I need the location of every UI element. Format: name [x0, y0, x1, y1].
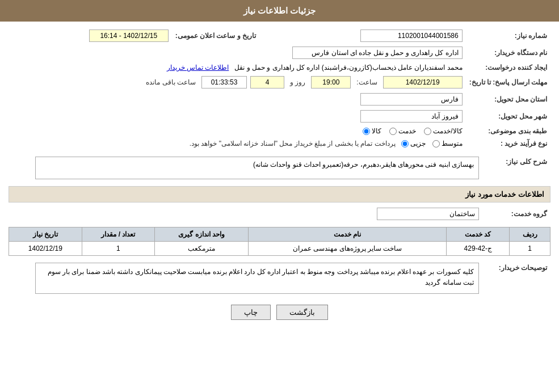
- province-value: فارس: [360, 93, 463, 106]
- creator-value: محمد اسفندیاران عامل ذیحساب(کازرون،فراشب…: [234, 64, 462, 71]
- category-radio-service[interactable]: [389, 128, 397, 135]
- print-button[interactable]: چاپ: [231, 305, 271, 320]
- info-table: شماره نیاز: 1102001044001586 تاریخ و ساع…: [9, 27, 550, 150]
- province-cell: فارس: [9, 91, 466, 108]
- city-label: شهر محل تحویل:: [466, 108, 550, 125]
- category-option-goods[interactable]: کالا: [363, 127, 381, 135]
- reply-deadline-label: مهلت ارسال پاسخ: تا تاریخ:: [466, 74, 550, 91]
- process-option-medium[interactable]: متوسط: [432, 140, 463, 147]
- col-code: کد خدمت: [447, 227, 510, 242]
- cell-date: 1402/12/19: [9, 242, 82, 256]
- process-option-small[interactable]: جزیی: [401, 140, 426, 147]
- button-group: بازگشت چاپ: [9, 305, 550, 320]
- service-group-cell: ساختمان: [9, 205, 482, 222]
- reply-date-value: 1402/12/19: [383, 76, 463, 88]
- row-province: استان محل تحویل: فارس: [9, 91, 550, 108]
- category-service-label: خدمت: [398, 127, 416, 135]
- process-cell: متوسط جزیی پرداخت تمام یا بخشی از مبلغ خ…: [9, 137, 466, 150]
- services-table-header-row: ردیف کد خدمت نام خدمت واحد اندازه گیری ت…: [9, 227, 550, 242]
- buyer-notes-table: توصیحات خریدار: کلیه کسورات بر عهده اعلا…: [9, 260, 550, 296]
- process-note: پرداخت تمام یا بخشی از مبلغ خریداز محل "…: [190, 140, 396, 147]
- reply-days-label: روز و: [290, 78, 305, 86]
- row-category: طبقه بندی موضوعی: کالا/خدمت خدمت کالا: [9, 125, 550, 137]
- reply-time-label: ساعت:: [356, 78, 377, 86]
- buyer-org-value: اداره کل راهداری و حمل و نقل جاده ای است…: [292, 47, 463, 59]
- category-option-goods-service[interactable]: کالا/خدمت: [424, 127, 462, 135]
- row-need-number: شماره نیاز: 1102001044001586 تاریخ و ساع…: [9, 27, 550, 44]
- process-radio-medium[interactable]: [432, 140, 440, 147]
- creator-cell: محمد اسفندیاران عامل ذیحساب(کازرون،فراشب…: [9, 61, 466, 74]
- city-cell: فیروز آباد: [9, 108, 466, 125]
- announce-date-cell: 1402/12/15 - 16:14: [9, 27, 172, 44]
- services-table-head: ردیف کد خدمت نام خدمت واحد اندازه گیری ت…: [9, 227, 550, 242]
- process-radio-small[interactable]: [401, 140, 409, 147]
- col-row-num: ردیف: [510, 227, 550, 242]
- col-quantity: تعداد / مقدار: [82, 227, 155, 242]
- buyer-org-cell: اداره کل راهداری و حمل و نقل جاده ای است…: [9, 44, 466, 61]
- cell-name: ساخت سایر پروژه‌های مهندسی عمران: [248, 242, 446, 256]
- col-unit: واحد اندازه گیری: [155, 227, 249, 242]
- page-title: جزئیات اطلاعات نیاز: [243, 6, 316, 15]
- countdown-value: 01:33:53: [201, 76, 247, 88]
- announce-date-label: تاریخ و ساعت اعلان عمومی:: [172, 27, 259, 44]
- row-service-group: گروه خدمت: ساختمان: [9, 205, 550, 222]
- col-date: تاریخ نیاز: [9, 227, 82, 242]
- category-cell: کالا/خدمت خدمت کالا: [9, 125, 466, 137]
- category-goods-label: کالا: [372, 127, 381, 135]
- services-table-body: 1ج-42-429ساخت سایر پروژه‌های مهندسی عمرا…: [9, 242, 550, 256]
- description-label: شرح کلی نیاز:: [482, 154, 550, 182]
- service-group-value: ساختمان: [377, 208, 479, 220]
- buyer-org-label: نام دستگاه خریدار:: [466, 44, 550, 61]
- back-button[interactable]: بازگشت: [276, 305, 328, 320]
- row-process: نوع فرآیند خرید : متوسط جزیی: [9, 137, 550, 150]
- services-section-title: اطلاعات خدمات مورد نیاز: [9, 186, 550, 203]
- description-cell: بهسازی ابنیه فنی محورهای هایقر،دهبرم، حر…: [9, 154, 482, 182]
- page-container: جزئیات اطلاعات نیاز شماره نیاز: 11020010…: [0, 0, 559, 392]
- city-value: فیروز آباد: [360, 110, 463, 123]
- buyer-notes-value: کلیه کسورات بر عهده اعلام برنده میباشد پ…: [35, 263, 479, 294]
- need-number-cell: 1102001044001586: [259, 27, 466, 44]
- description-value: بهسازی ابنیه فنی محورهای هایقر،دهبرم، حر…: [35, 157, 479, 179]
- row-buyer-notes: توصیحات خریدار: کلیه کسورات بر عهده اعلا…: [9, 260, 550, 296]
- table-row: 1ج-42-429ساخت سایر پروژه‌های مهندسی عمرا…: [9, 242, 550, 256]
- category-radio-goods-service[interactable]: [424, 128, 431, 135]
- buyer-notes-label: توصیحات خریدار:: [482, 260, 550, 296]
- process-label: نوع فرآیند خرید :: [466, 137, 550, 150]
- category-radio-group: کالا/خدمت خدمت کالا: [12, 127, 463, 135]
- announce-date-value: 1402/12/15 - 16:14: [89, 29, 169, 42]
- row-city: شهر محل تحویل: فیروز آباد: [9, 108, 550, 125]
- process-medium-label: متوسط: [442, 140, 463, 147]
- row-buyer-org: نام دستگاه خریدار: اداره کل راهداری و حم…: [9, 44, 550, 61]
- category-label: طبقه بندی موضوعی:: [466, 125, 550, 137]
- province-label: استان محل تحویل:: [466, 91, 550, 108]
- need-number-label: شماره نیاز:: [466, 27, 550, 44]
- reply-time-value: 19:00: [311, 76, 351, 88]
- reply-days-value: 4: [250, 76, 284, 88]
- page-header: جزئیات اطلاعات نیاز: [0, 0, 559, 22]
- need-number-value: 1102001044001586: [360, 29, 463, 42]
- content-area: شماره نیاز: 1102001044001586 تاریخ و ساع…: [0, 22, 559, 334]
- category-option-service[interactable]: خدمت: [389, 127, 416, 135]
- cell-code: ج-42-429: [447, 242, 510, 256]
- category-goods-service-label: کالا/خدمت: [433, 127, 462, 135]
- process-small-label: جزیی: [410, 140, 426, 147]
- cell-quantity: 1: [82, 242, 155, 256]
- reply-deadline-cell: 1402/12/19 ساعت: 19:00 روز و 4 01:33:53 …: [9, 74, 466, 91]
- row-creator: ایجاد کننده درخواست: محمد اسفندیاران عام…: [9, 61, 550, 74]
- description-table: شرح کلی نیاز: بهسازی ابنیه فنی محورهای ه…: [9, 154, 550, 182]
- buyer-notes-cell: کلیه کسورات بر عهده اعلام برنده میباشد پ…: [9, 260, 482, 296]
- row-reply-deadline: مهلت ارسال پاسخ: تا تاریخ: 1402/12/19 سا…: [9, 74, 550, 91]
- countdown-label: ساعت باقی مانده: [146, 78, 196, 86]
- services-table: ردیف کد خدمت نام خدمت واحد اندازه گیری ت…: [9, 227, 550, 256]
- category-radio-goods[interactable]: [363, 128, 370, 135]
- cell-unit: مترمکعب: [155, 242, 249, 256]
- service-group-table: گروه خدمت: ساختمان: [9, 205, 550, 222]
- service-group-label: گروه خدمت:: [482, 205, 550, 222]
- creator-link[interactable]: اطلاعات تماس خریدار: [167, 64, 229, 71]
- row-description: شرح کلی نیاز: بهسازی ابنیه فنی محورهای ه…: [9, 154, 550, 182]
- col-name: نام خدمت: [248, 227, 446, 242]
- creator-label: ایجاد کننده درخواست:: [466, 61, 550, 74]
- cell-row: 1: [510, 242, 550, 256]
- process-radio-group: متوسط جزیی: [401, 140, 463, 147]
